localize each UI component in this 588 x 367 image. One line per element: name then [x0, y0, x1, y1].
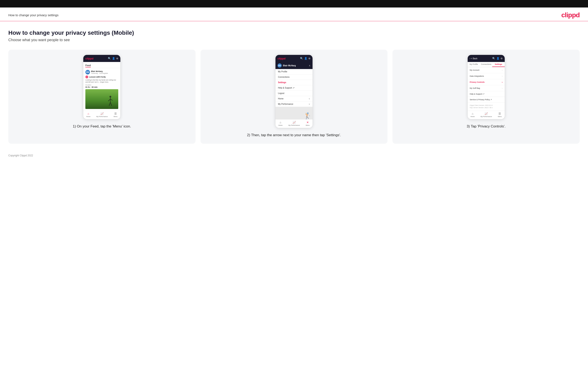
chevron-right-privacy: › — [502, 81, 503, 83]
phone-bottom-nav-3: ⌂ Home 📈 My Performance ☰ Menu — [468, 111, 505, 119]
menu-icon-3: ☰ — [499, 112, 501, 115]
nav-home-3[interactable]: ⌂ Home — [471, 112, 475, 117]
nav-performance-label-3: My Performance — [481, 116, 492, 117]
settings-item-my-account[interactable]: My Account › — [468, 67, 505, 73]
menu-item-my-profile[interactable]: My Profile — [276, 69, 312, 75]
menu-user-name: Blair McHarg — [283, 65, 296, 67]
menu-user-left: BM Blair McHarg — [277, 63, 296, 67]
menu-item-logout[interactable]: Logout — [276, 91, 312, 96]
footer: Copyright Clippd 2022 — [0, 150, 588, 161]
nav-home-label-3: Home — [471, 116, 475, 117]
phone-logo-1: clippd — [85, 57, 93, 60]
menu-user-row[interactable]: BM Blair McHarg ∧ — [276, 62, 312, 69]
page-subheading: Choose what you want people to see — [8, 38, 580, 42]
chevron-right-my-account: › — [502, 69, 503, 71]
search-icon[interactable]: 🔍 — [108, 57, 111, 60]
svg-line-2 — [108, 99, 110, 101]
menu-item-connections[interactable]: Connections — [276, 75, 312, 80]
nav-performance-2[interactable]: 📈 My Performance — [288, 121, 300, 126]
steps-container: clippd 🔍 👤 ⊕ Feed BM — [8, 50, 580, 144]
profile-icon-3[interactable]: 👤 — [496, 57, 500, 60]
phone-mockup-3: ‹ < Back 🔍 👤 ⊕ My Profile Connections Se… — [467, 55, 505, 119]
nav-performance-1[interactable]: 📈 My Performance — [96, 112, 108, 117]
tab-my-profile[interactable]: My Profile — [468, 62, 480, 67]
nav-menu-3[interactable]: ☰ Menu — [498, 112, 502, 117]
settings-icon[interactable]: ⊕ — [116, 57, 118, 60]
settings-item-service-privacy[interactable]: Service & Privacy Policy ↗ — [468, 97, 505, 102]
feed-tab-bar: Feed — [83, 62, 120, 68]
phone-logo-2: clippd — [277, 57, 285, 60]
settings-data-integrations-label: Data Integrations — [470, 75, 484, 77]
back-button[interactable]: ‹ < Back — [470, 57, 477, 60]
nav-home-2[interactable]: ⌂ Home — [278, 121, 283, 126]
feed-avatar: BM — [85, 70, 90, 75]
back-chevron-icon: ‹ — [470, 57, 470, 60]
nav-menu-label-3: Menu — [498, 116, 502, 117]
phone-topbar-icons-3: 🔍 👤 ⊕ — [492, 57, 503, 60]
feed-lesson-title: Lesson with Fordy — [89, 76, 106, 78]
lesson-icon — [85, 75, 88, 78]
svg-point-0 — [110, 96, 111, 98]
settings-my-golf-bag-label: My Golf Bag — [470, 87, 480, 89]
menu-item-performance[interactable]: My Performance ∨ — [276, 101, 312, 107]
nav-menu-2[interactable]: ✕ Menu — [306, 121, 310, 126]
header: How to change your privacy settings clip… — [0, 8, 588, 21]
phone-bottom-nav-1: ⌂ Home 📈 My Performance ☰ Menu — [83, 111, 120, 119]
svg-line-3 — [110, 99, 112, 100]
step-1-caption: 1) On your Feed, tap the 'Menu' icon. — [73, 124, 131, 129]
logo: clippd — [561, 11, 580, 19]
menu-performance-label: My Performance — [278, 103, 293, 105]
phone-topbar-1: clippd 🔍 👤 ⊕ — [83, 55, 120, 62]
menu-item-help[interactable]: Help & Support ↗ — [276, 85, 312, 91]
chevron-right-data-int: › — [502, 75, 503, 77]
settings-version-info: Clippd Client Version: 2022.8.3-3 GQL Se… — [468, 102, 505, 111]
nav-performance-3[interactable]: 📈 My Performance — [481, 112, 492, 117]
settings-my-account-label: My Account — [470, 69, 480, 71]
settings-service-privacy-label: Service & Privacy Policy ↗ — [470, 99, 492, 101]
feed-post: BM Blair McHarg Yesterday · Sunningdale … — [83, 68, 120, 111]
phone-mockup-1: clippd 🔍 👤 ⊕ Feed BM — [83, 55, 121, 119]
header-title: How to change your privacy settings — [8, 13, 59, 17]
tab-settings[interactable]: Settings — [492, 62, 504, 67]
search-icon-2[interactable]: 🔍 — [300, 57, 303, 60]
settings-item-data-integrations[interactable]: Data Integrations › — [468, 73, 505, 79]
settings-item-help-support[interactable]: Help & Support ↗ — [468, 91, 505, 97]
performance-icon-2: 📈 — [293, 121, 296, 124]
step-1-card: clippd 🔍 👤 ⊕ Feed BM — [8, 50, 196, 144]
nav-menu-1[interactable]: ☰ Menu — [114, 112, 118, 117]
nav-home-1[interactable]: ⌂ Home — [86, 112, 90, 117]
main-content: How to change your privacy settings (Mob… — [0, 21, 588, 150]
settings-icon-3[interactable]: ⊕ — [501, 57, 503, 60]
back-label: < Back — [471, 57, 477, 60]
tab-connections[interactable]: Connections — [480, 62, 492, 67]
settings-list: My Account › Data Integrations › Privacy… — [468, 67, 505, 102]
profile-icon[interactable]: 👤 — [112, 57, 115, 60]
step-3-card: ‹ < Back 🔍 👤 ⊕ My Profile Connections Se… — [392, 50, 580, 144]
settings-item-my-golf-bag[interactable]: My Golf Bag › — [468, 85, 505, 91]
feed-screen: Feed BM Blair McHarg Yesterday · Sunning… — [83, 62, 120, 111]
menu-item-settings[interactable]: Settings — [276, 80, 312, 85]
search-icon-3[interactable]: 🔍 — [492, 57, 495, 60]
version-line-2: GQL Server Version: 2022.7.30-1 — [470, 107, 503, 109]
nav-home-label-2: Home — [278, 124, 283, 126]
feed-lesson-desc: Looking to feel like my hands are exitin… — [85, 79, 118, 83]
phone-topbar-2: clippd 🔍 👤 ⊕ — [276, 55, 312, 62]
menu-home-label: Home — [278, 98, 284, 100]
menu-items: My Profile Connections Settings Help & S… — [276, 69, 312, 107]
settings-back-bar: ‹ < Back 🔍 👤 ⊕ — [468, 55, 505, 62]
profile-icon-2[interactable]: 👤 — [304, 57, 307, 60]
settings-icon-2[interactable]: ⊕ — [308, 57, 311, 60]
step-2-card: clippd 🔍 👤 ⊕ BM Blair McHarg ∧ — [200, 50, 388, 144]
menu-icon-2: ✕ — [306, 121, 309, 124]
phone-topbar-icons-2: 🔍 👤 ⊕ — [300, 57, 311, 60]
chevron-up-icon: ∧ — [309, 64, 311, 67]
menu-item-home[interactable]: Home ∨ — [276, 96, 312, 101]
feed-duration-value: 01 hr : 30 min — [85, 86, 118, 88]
feed-tab[interactable]: Feed — [85, 64, 91, 67]
feed-user-location: Yesterday · Sunningdale — [91, 72, 108, 74]
nav-menu-label-1: Menu — [114, 116, 118, 117]
chevron-down-icon-perf: ∨ — [309, 103, 310, 105]
chevron-down-icon-home: ∨ — [309, 98, 310, 100]
top-bar — [0, 0, 588, 8]
settings-item-privacy-controls[interactable]: Privacy Controls › — [468, 79, 505, 85]
